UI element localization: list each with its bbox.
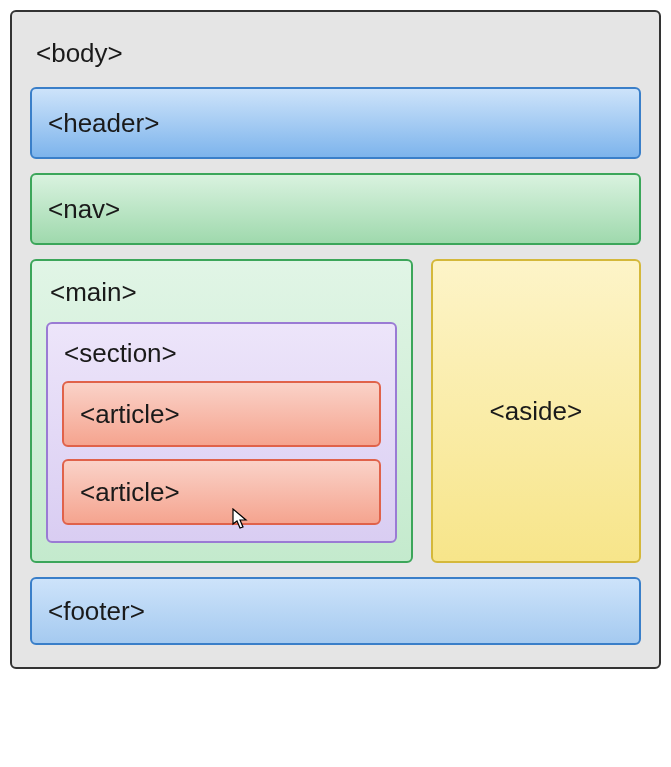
- article-box-2: <article>: [62, 459, 381, 525]
- body-box: <body> <header> <nav> <main> <section> <…: [10, 10, 661, 669]
- nav-box: <nav>: [30, 173, 641, 245]
- nav-label: <nav>: [48, 194, 120, 225]
- header-box: <header>: [30, 87, 641, 159]
- main-aside-row: <main> <section> <article> <article> <as…: [30, 259, 641, 563]
- main-box: <main> <section> <article> <article>: [30, 259, 413, 563]
- footer-label: <footer>: [48, 596, 145, 627]
- article-label-1: <article>: [80, 399, 180, 430]
- body-label: <body>: [30, 30, 641, 69]
- main-label: <main>: [46, 275, 397, 310]
- aside-label: <aside>: [490, 396, 583, 427]
- header-label: <header>: [48, 108, 159, 139]
- section-label: <section>: [62, 336, 381, 371]
- article-label-2: <article>: [80, 477, 180, 508]
- section-box: <section> <article> <article>: [46, 322, 397, 543]
- aside-box: <aside>: [431, 259, 641, 563]
- footer-box: <footer>: [30, 577, 641, 645]
- article-box-1: <article>: [62, 381, 381, 447]
